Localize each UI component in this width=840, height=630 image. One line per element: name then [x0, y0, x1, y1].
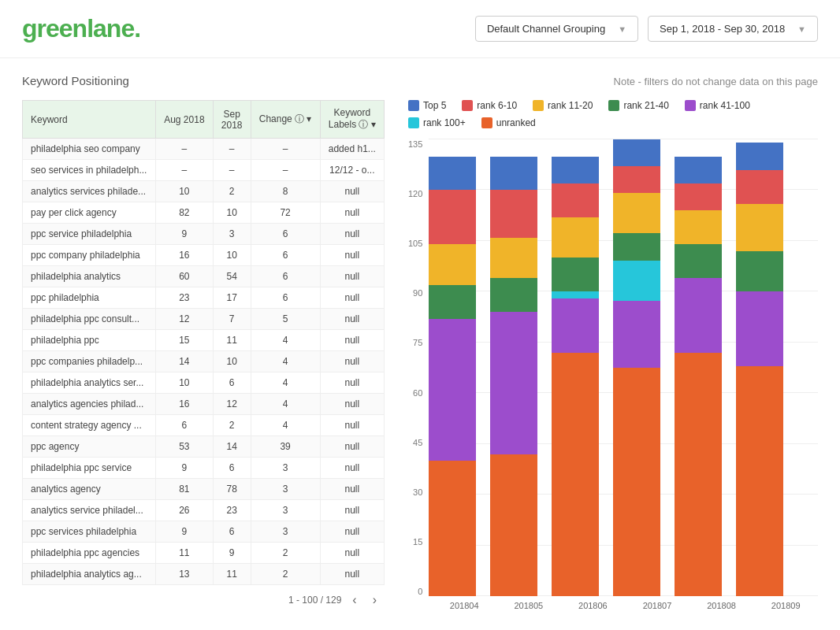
bar-group[interactable] [736, 139, 783, 596]
table-row[interactable]: ppc agency531439null [23, 436, 385, 458]
y-axis-label: 0 [408, 587, 422, 596]
legend-label: rank 6-10 [477, 100, 517, 111]
table-row[interactable]: philadelphia analytics60546null [23, 266, 385, 287]
legend-item: rank 100+ [408, 117, 466, 128]
table-cell: null [320, 266, 384, 287]
table-row[interactable]: ppc company philadelphia16106null [23, 245, 385, 266]
table-cell: 26 [156, 500, 214, 521]
table-cell: ppc companies philadelp... [23, 351, 156, 372]
table-cell: 8 [251, 181, 320, 202]
channel-grouping-dropdown[interactable]: Default Channel Grouping ▼ [475, 16, 638, 42]
table-row[interactable]: analytics services philade...1028null [23, 181, 385, 202]
table-cell: null [320, 436, 384, 458]
table-row[interactable]: philadelphia seo company–––added h1... [23, 139, 385, 160]
table-row[interactable]: philadelphia ppc agencies1192null [23, 543, 385, 564]
table-row[interactable]: seo services in philadelph...–––12/12 - … [23, 160, 385, 181]
bar-segment [613, 193, 660, 233]
table-row[interactable]: ppc services philadelphia963null [23, 521, 385, 543]
table-cell: philadelphia ppc [23, 330, 156, 351]
bar-group[interactable] [675, 139, 722, 596]
bar-segment [613, 368, 660, 596]
table-cell: 13 [156, 564, 214, 585]
table-row[interactable]: philadelphia ppc15114null [23, 330, 385, 351]
main-content: Keyword Positioning Note - filters do no… [0, 58, 840, 630]
table-cell: philadelphia analytics ag... [23, 564, 156, 585]
table-cell: – [251, 139, 320, 160]
x-axis-label: 201806 [561, 601, 626, 610]
table-cell: 54 [213, 266, 251, 287]
table-cell: 2 [251, 564, 320, 585]
col-keyword: Keyword [23, 101, 156, 139]
prev-page-button[interactable]: ‹ [348, 591, 361, 609]
table-row[interactable]: content strategy agency ...624null [23, 415, 385, 436]
bar-segment [429, 157, 476, 191]
bar-segment [613, 139, 660, 166]
bar-segment [736, 170, 783, 204]
date-range-dropdown[interactable]: Sep 1, 2018 - Sep 30, 2018 ▼ [648, 16, 818, 42]
bar-segment [736, 366, 783, 596]
next-page-button[interactable]: › [368, 591, 381, 609]
table-cell: 6 [251, 266, 320, 287]
table-cell: 16 [156, 394, 214, 415]
keyword-table: Keyword Aug 2018 Sep2018 Change ⓘ ▾ Keyw… [22, 100, 385, 585]
bar-segment [613, 261, 660, 301]
table-cell: null [320, 500, 384, 521]
legend-label: rank 100+ [423, 117, 466, 128]
table-cell: 5 [251, 309, 320, 330]
col-keyword-labels: KeywordLabels ⓘ ▾ [320, 101, 384, 139]
table-row[interactable]: analytics agencies philad...16124null [23, 394, 385, 415]
table-cell: 15 [156, 330, 214, 351]
bar-segment [429, 244, 476, 285]
table-cell: 10 [213, 351, 251, 372]
y-axis-label: 120 [408, 189, 422, 198]
table-row[interactable]: ppc service philadelphia936null [23, 224, 385, 245]
table-row[interactable]: analytics service philadel...26233null [23, 500, 385, 521]
table-row[interactable]: philadelphia analytics ag...13112null [23, 564, 385, 585]
bar-group[interactable] [613, 139, 660, 596]
table-cell: 3 [251, 458, 320, 479]
bar-segment [490, 278, 537, 312]
table-cell: null [320, 458, 384, 479]
bar-segment [613, 233, 660, 260]
legend-item: Top 5 [408, 100, 446, 111]
legend-color-swatch [481, 117, 492, 128]
table-row[interactable]: philadelphia analytics ser...1064null [23, 372, 385, 394]
legend-item: rank 21-40 [608, 100, 668, 111]
table-row[interactable]: pay per click agency821072null [23, 202, 385, 224]
y-axis-label: 60 [408, 388, 422, 398]
bar-segment [429, 461, 476, 596]
table-row[interactable]: analytics agency81783null [23, 479, 385, 500]
y-axis-label: 30 [408, 487, 422, 497]
table-cell: 11 [213, 564, 251, 585]
table-cell: ppc philadelphia [23, 287, 156, 309]
legend-label: Top 5 [423, 100, 446, 111]
table-row[interactable]: ppc philadelphia23176null [23, 287, 385, 309]
table-row[interactable]: philadelphia ppc consult...1275null [23, 309, 385, 330]
table-cell: philadelphia ppc consult... [23, 309, 156, 330]
legend-color-swatch [685, 100, 696, 111]
table-row[interactable]: ppc companies philadelp...14104null [23, 351, 385, 372]
table-cell: 6 [213, 372, 251, 394]
y-axis-label: 135 [408, 139, 422, 149]
table-row[interactable]: philadelphia ppc service963null [23, 458, 385, 479]
table-cell: 23 [156, 287, 214, 309]
bar-segment [490, 312, 537, 454]
pagination-info: 1 - 100 / 129 [288, 595, 341, 606]
bar-group[interactable] [490, 139, 537, 596]
table-cell: 9 [213, 543, 251, 564]
bar-group[interactable] [552, 139, 599, 596]
table-cell: null [320, 202, 384, 224]
table-cell: 78 [213, 479, 251, 500]
table-cell: null [320, 224, 384, 245]
table-cell: 4 [251, 330, 320, 351]
bar-segment [552, 183, 599, 217]
table-cell: 3 [213, 224, 251, 245]
table-cell: philadelphia seo company [23, 139, 156, 160]
bar-segment [490, 190, 537, 237]
table-cell: null [320, 309, 384, 330]
table-cell: 72 [251, 202, 320, 224]
bar-group[interactable] [429, 139, 476, 596]
bar-segment [736, 291, 783, 366]
table-cell: 53 [156, 436, 214, 458]
table-cell: 3 [251, 500, 320, 521]
